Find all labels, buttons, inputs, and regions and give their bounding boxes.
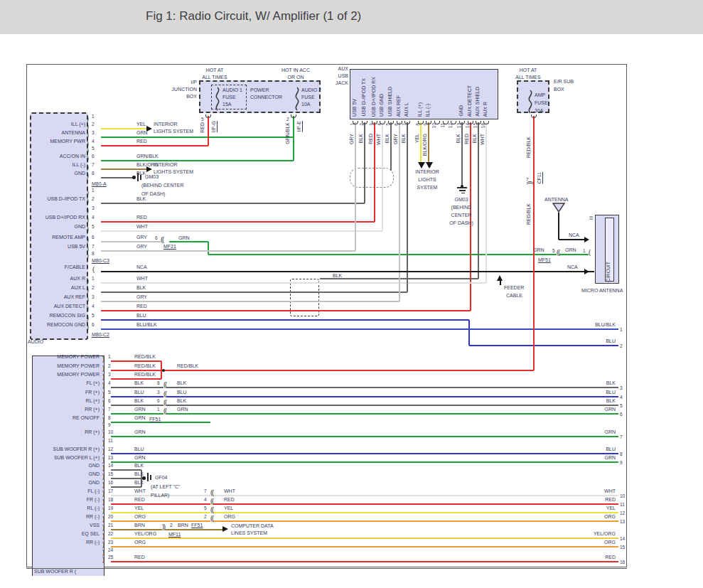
label-4-wire: BLK — [385, 134, 390, 143]
connector-pin-bump: ) — [102, 365, 104, 372]
label-12-label: SUB WOOFER L (+) — [36, 455, 100, 461]
label-4-wire: WHT — [136, 224, 148, 230]
label-gm03_a-2: OF DASH) — [141, 191, 165, 197]
label-2-label: AUX REF — [31, 294, 85, 300]
label-5-wire: BLK — [134, 398, 144, 404]
label-20-pin: 21 — [108, 523, 113, 528]
connector-pin-bump: ) — [102, 424, 104, 431]
label-box_label-1: USB — [333, 73, 348, 79]
connector-pin-bump: ) — [102, 465, 104, 471]
wire-org — [111, 546, 618, 547]
wire-blu — [469, 345, 618, 346]
label-2-pin: 3 — [92, 130, 95, 135]
inline-connector-arcs: (( — [163, 408, 166, 415]
label-fcable-label: F/CABLE — [31, 264, 85, 270]
connector-pin-bump: ) — [87, 198, 89, 205]
label-12-pin: 13 — [108, 455, 113, 460]
label-box_label-1: JUNCTION — [161, 87, 197, 92]
label-6-label: USB 5V — [31, 244, 85, 250]
connector-pin-bump: ) — [102, 525, 104, 531]
wire-nca — [559, 239, 586, 240]
label-4-inline_pin: 3 — [157, 390, 160, 395]
connector-pin-bump: ) — [87, 306, 89, 312]
label-20-inline_conn: FF51 — [191, 523, 203, 528]
wire-blu-blk — [101, 328, 618, 330]
connector-pin-bump: ) — [102, 516, 104, 523]
label-12-wire: GRN — [134, 455, 146, 461]
label-17-label: FR (-) — [36, 497, 100, 503]
label-3-wire: RED — [136, 215, 147, 220]
label-18-pin: 19 — [108, 506, 113, 511]
label-3-pin: 4 — [108, 380, 111, 385]
label-1-pin: 2 — [92, 196, 95, 201]
wire-gry — [399, 122, 400, 301]
label-micro_antenna-label: MICRO ANTENNA — [581, 288, 623, 294]
label-7-pin: 8 — [108, 415, 111, 420]
wire-red-blk — [161, 370, 162, 379]
interior-lights-arrow — [146, 166, 152, 172]
label-1-wire: BLK — [136, 285, 146, 291]
label-12-wire: ORG — [563, 514, 616, 520]
inline-connector-arcs: (( — [557, 250, 559, 256]
wire-red — [101, 221, 375, 223]
label-2-pin: 3 — [108, 372, 111, 377]
feeder-cable-arrow-stem — [500, 281, 501, 285]
amp-fuse-icon — [526, 90, 535, 117]
connector-pin-bump: ) — [102, 542, 104, 548]
label-14-n: 15 — [620, 545, 625, 550]
label-16-label: FL (-) — [36, 488, 100, 494]
wire-grn — [101, 137, 294, 138]
label-5-wire2: BLK — [177, 398, 186, 404]
label-fuse1-0: AUDIO 1 — [222, 87, 242, 93]
label-1-wire: BLK — [358, 134, 364, 143]
label-box_label-1: BOX — [554, 87, 564, 92]
label-6-pin: 7 — [92, 244, 95, 249]
label-11-wire: YEL — [563, 506, 616, 511]
label-13-label: GND — [36, 463, 100, 469]
label-22-label: RR (-) — [36, 540, 100, 545]
label-0-n: 1 — [350, 123, 355, 126]
connector-pin-bump: ) — [102, 356, 104, 363]
inline-connector-arcs: ( — [589, 250, 590, 256]
label-5-n: 6 — [394, 123, 399, 126]
connector-pin-bump: ) — [102, 449, 104, 455]
label-0-pin: 1 — [92, 188, 95, 193]
label-il1-0: INTERIOR — [154, 122, 177, 127]
label-hot_label2-1: OR ON — [274, 75, 318, 80]
interior-lights-arrow — [426, 162, 433, 169]
connector-pin-bump: ) — [102, 457, 104, 464]
label-6-n: 7 — [402, 123, 407, 126]
connector-pin-bump: ) — [87, 148, 89, 154]
wire-gry — [101, 301, 399, 302]
wire-yel — [101, 128, 148, 129]
wire-blk — [390, 122, 392, 171]
label-16-wire: WHT — [134, 488, 146, 494]
wire-red — [111, 561, 618, 562]
label-17-pin: 18 — [108, 497, 113, 502]
label-out2-pin: 2 — [286, 117, 289, 122]
inline-connector-arcs: (( — [163, 400, 166, 406]
label-22-wire: ORG — [134, 540, 146, 545]
label-13-label: AUX DETECT — [467, 85, 473, 117]
label-annotations-shield_wire: BLK — [333, 273, 342, 279]
label-5-label: AUX REF — [396, 95, 402, 117]
label-13-n: 14 — [620, 536, 625, 541]
label-2-wire: RED — [368, 134, 374, 144]
label-15-label: AUX R — [483, 102, 488, 117]
label-m80c3-connector: M80-C3 — [92, 258, 109, 264]
usb-shield-oval — [350, 168, 394, 188]
label-3-wire: BLK — [134, 380, 144, 386]
wire-nca — [558, 213, 559, 240]
label-hot_label-1: ALL TIMES — [506, 75, 550, 80]
label-6-pin: 7 — [92, 162, 95, 167]
label-7-pin: 8 — [92, 251, 95, 256]
ground-splice-icon — [137, 173, 139, 181]
label-hot_label-1: ALL TIMES — [193, 75, 236, 80]
wire-arrow — [584, 269, 589, 274]
wire-blk — [101, 203, 365, 204]
label-15-n: 16 — [620, 560, 625, 565]
label-3-wire: BLU — [563, 390, 616, 395]
label-2-wire: RED/BLK — [134, 372, 156, 378]
junction-dot — [162, 369, 165, 372]
label-1-label: ILL (+) — [31, 122, 85, 127]
